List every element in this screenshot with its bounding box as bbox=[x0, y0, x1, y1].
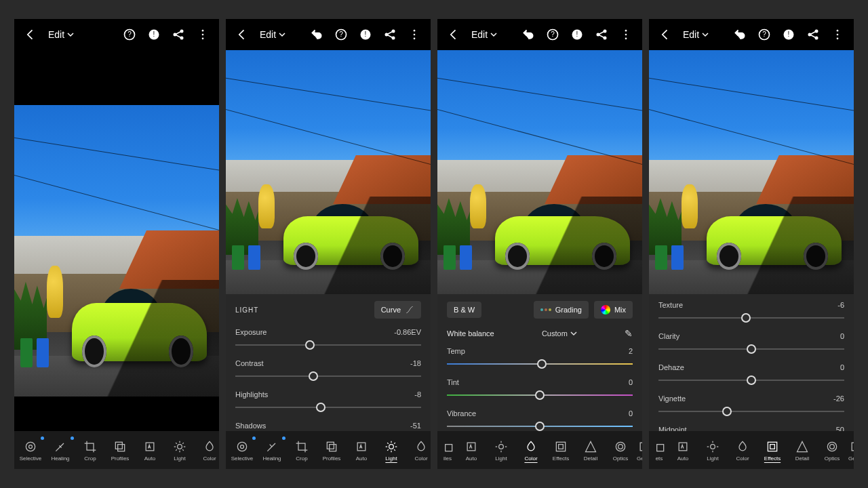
texture-slider[interactable] bbox=[658, 313, 844, 323]
edit-dropdown[interactable]: Edit bbox=[257, 29, 288, 40]
clarity-row: Clarity0 bbox=[658, 332, 844, 354]
info-icon[interactable]: ! bbox=[568, 25, 587, 44]
back-icon[interactable] bbox=[21, 25, 40, 44]
tool-detail[interactable]: Detail bbox=[576, 436, 606, 464]
dehaze-slider[interactable] bbox=[658, 375, 844, 385]
help-icon[interactable]: ? bbox=[755, 25, 774, 44]
svg-rect-42 bbox=[446, 444, 452, 451]
svg-rect-13 bbox=[118, 444, 125, 451]
tool-geometry-cut[interactable]: Geom bbox=[635, 436, 642, 464]
temp-slider[interactable] bbox=[447, 359, 633, 369]
photo-preview[interactable] bbox=[649, 50, 854, 294]
tool-effects[interactable]: Effects bbox=[757, 436, 787, 464]
vignette-slider[interactable] bbox=[658, 407, 844, 416]
svg-point-37 bbox=[604, 30, 606, 32]
undo-icon[interactable] bbox=[307, 25, 326, 44]
tool-light[interactable]: Light bbox=[376, 436, 406, 464]
light-panel: LIGHT Curve Exposure-0.86EV Contrast-18 … bbox=[226, 294, 431, 431]
back-icon[interactable] bbox=[444, 25, 463, 44]
tool-crop[interactable]: Crop bbox=[287, 436, 317, 464]
help-icon[interactable]: ? bbox=[543, 25, 562, 44]
info-icon[interactable]: ! bbox=[356, 25, 375, 44]
tool-profiles[interactable]: Profiles bbox=[317, 436, 347, 464]
grading-button[interactable]: Grading bbox=[534, 301, 589, 319]
mix-button[interactable]: Mix bbox=[594, 301, 633, 319]
tool-light[interactable]: Light bbox=[486, 436, 516, 464]
tool-color[interactable]: Color bbox=[516, 436, 546, 464]
tool-optics[interactable]: Optics bbox=[606, 436, 635, 464]
svg-text:?: ? bbox=[762, 30, 766, 38]
tool-color[interactable]: Color bbox=[195, 436, 219, 464]
svg-rect-28 bbox=[327, 442, 334, 449]
tool-color[interactable]: Color bbox=[406, 436, 431, 464]
svg-point-36 bbox=[597, 33, 599, 35]
tool-auto[interactable]: Auto bbox=[135, 436, 165, 464]
tool-color[interactable]: Color bbox=[728, 436, 757, 464]
more-icon[interactable] bbox=[616, 25, 635, 44]
bw-button[interactable]: B & W bbox=[447, 302, 481, 318]
tool-geometry-cut[interactable]: Geom bbox=[847, 436, 854, 464]
more-icon[interactable] bbox=[193, 25, 212, 44]
tool-profiles-cut[interactable]: iles bbox=[439, 436, 456, 464]
tool-healing[interactable]: Healing bbox=[257, 436, 287, 464]
tool-auto[interactable]: Auto bbox=[668, 436, 698, 464]
svg-text:!: ! bbox=[153, 30, 155, 38]
photo-preview[interactable] bbox=[226, 50, 431, 294]
tool-selective[interactable]: Selective bbox=[16, 436, 45, 464]
tool-effects[interactable]: Effects bbox=[546, 436, 576, 464]
photo-preview[interactable] bbox=[437, 50, 642, 294]
info-icon[interactable]: ! bbox=[144, 25, 163, 44]
topbar: Edit ? ! bbox=[226, 19, 431, 50]
svg-point-55 bbox=[815, 30, 817, 32]
highlights-row: Highlights-8 bbox=[235, 390, 421, 412]
more-icon[interactable] bbox=[405, 25, 424, 44]
more-icon[interactable] bbox=[828, 25, 847, 44]
svg-point-39 bbox=[625, 30, 627, 32]
undo-icon[interactable] bbox=[730, 25, 749, 44]
tool-detail[interactable]: Detail bbox=[787, 436, 817, 464]
vibrance-slider[interactable] bbox=[447, 422, 633, 431]
undo-icon[interactable] bbox=[519, 25, 538, 44]
topbar: Edit ? ! bbox=[14, 19, 219, 50]
back-icon[interactable] bbox=[233, 25, 252, 44]
edit-dropdown[interactable]: Edit bbox=[45, 29, 77, 40]
tool-profiles[interactable]: Profiles bbox=[105, 436, 135, 464]
tool-presets-cut[interactable]: ets bbox=[650, 436, 668, 464]
tint-slider[interactable] bbox=[447, 390, 633, 400]
highlights-slider[interactable] bbox=[235, 403, 421, 412]
screen-3-color: Edit ? ! B & W Grading Mix White balance… bbox=[437, 19, 642, 469]
edit-label: Edit bbox=[48, 29, 64, 40]
curve-button[interactable]: Curve bbox=[374, 301, 421, 319]
dehaze-row: Dehaze0 bbox=[658, 363, 844, 385]
tool-auto[interactable]: Auto bbox=[456, 436, 486, 464]
tool-optics[interactable]: Optics bbox=[817, 436, 847, 464]
info-icon[interactable]: ! bbox=[779, 25, 798, 44]
back-icon[interactable] bbox=[656, 25, 675, 44]
share-icon[interactable] bbox=[169, 25, 188, 44]
share-icon[interactable] bbox=[380, 25, 399, 44]
tool-auto[interactable]: Auto bbox=[347, 436, 376, 464]
tool-light[interactable]: Light bbox=[165, 436, 195, 464]
exposure-slider[interactable] bbox=[235, 340, 421, 350]
tool-selective[interactable]: Selective bbox=[227, 436, 257, 464]
svg-point-6 bbox=[180, 37, 182, 39]
tool-healing[interactable]: Healing bbox=[45, 436, 75, 464]
wb-dropdown[interactable]: Custom bbox=[542, 329, 577, 338]
share-icon[interactable] bbox=[804, 25, 823, 44]
edit-dropdown[interactable]: Edit bbox=[680, 29, 711, 40]
share-icon[interactable] bbox=[592, 25, 611, 44]
eyedropper-icon[interactable]: ✎ bbox=[625, 328, 633, 339]
svg-text:!: ! bbox=[788, 30, 790, 38]
svg-point-22 bbox=[392, 37, 394, 39]
tool-light[interactable]: Light bbox=[698, 436, 728, 464]
photo-preview[interactable] bbox=[14, 105, 219, 396]
help-icon[interactable]: ? bbox=[120, 25, 139, 44]
vibrance-row: Vibrance0 bbox=[447, 409, 633, 431]
edit-dropdown[interactable]: Edit bbox=[469, 29, 500, 40]
svg-rect-64 bbox=[770, 444, 775, 449]
tool-crop[interactable]: Crop bbox=[75, 436, 105, 464]
screen-2-light: Edit ? ! LIGHT Curve Exposure-0.86EV Con… bbox=[226, 19, 431, 469]
contrast-slider[interactable] bbox=[235, 371, 421, 381]
help-icon[interactable]: ? bbox=[332, 25, 351, 44]
clarity-slider[interactable] bbox=[658, 344, 844, 354]
